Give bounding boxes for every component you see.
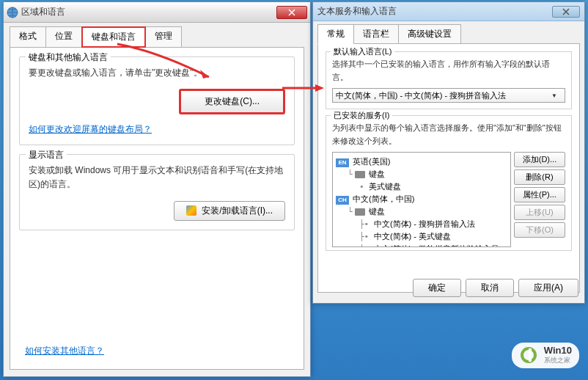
properties-button[interactable]: 属性(P)... (514, 187, 565, 202)
watermark: Win10 系统之家 (512, 343, 579, 368)
window-title: 文本服务和输入语言 (317, 5, 552, 18)
tree-side-buttons: 添加(D)... 删除(R) 属性(P)... 上移(U) 下移(O) (514, 152, 565, 247)
tab-language-bar[interactable]: 语言栏 (353, 24, 399, 44)
install-uninstall-language-button[interactable]: 安装/卸载语言(I)... (174, 201, 285, 221)
installed-services-title: 已安装的服务(I) (331, 110, 392, 121)
dropdown-selected: 中文(简体，中国) - 中文(简体) - 搜狗拼音输入法 (336, 90, 506, 101)
tree-leaf: 中文(简体) - 搜狗拼音输入法 (374, 219, 475, 228)
tab-admin[interactable]: 管理 (145, 26, 182, 48)
shield-icon (186, 205, 196, 216)
tree-connector-icon: └ (348, 207, 353, 216)
tree-kb-label: 键盘 (369, 169, 385, 178)
installed-services-description: 为列表中显示的每个输入语言选择服务。使用"添加"和"删除"按钮来修改这个列表。 (332, 122, 565, 147)
tree-item-us-keyboard[interactable]: • 美式键盘 (336, 180, 507, 193)
tree-leaf: 中文(简体) - 微软拼音新体验输入风 (374, 244, 499, 247)
default-language-dropdown[interactable]: 中文(简体，中国) - 中文(简体) - 搜狗拼音输入法 ▼ (332, 88, 565, 103)
language-tree[interactable]: EN 英语(美国) └ 键盘 • 美式键盘 (332, 152, 511, 247)
keyboard-icon (355, 171, 365, 178)
welcome-screen-layout-link[interactable]: 如何更改欢迎屏幕的键盘布局？ (29, 124, 152, 134)
tree-item-ch-us-keyboard[interactable]: ├• 中文(简体) - 美式键盘 (336, 230, 507, 243)
close-button[interactable] (552, 6, 580, 18)
tab-format[interactable]: 格式 (10, 26, 46, 48)
default-lang-description: 选择其中一个已安装的输入语言，用作所有输入字段的默认语言。 (332, 58, 565, 84)
tabs-bar: 格式 位置 键盘和语言 管理 (4, 23, 310, 47)
tree-leaf: 美式键盘 (369, 182, 401, 191)
installed-services-group: 已安装的服务(I) 为列表中显示的每个输入语言选择服务。使用"添加"和"删除"按… (326, 115, 572, 251)
tree-ch-label: 中文(简体，中国) (353, 194, 414, 203)
move-down-button[interactable]: 下移(O) (514, 222, 565, 238)
ok-button[interactable]: 确定 (413, 279, 461, 297)
tab-location[interactable]: 位置 (45, 26, 82, 48)
close-icon (288, 9, 295, 16)
move-up-button[interactable]: 上移(U) (514, 205, 565, 220)
watermark-subtitle: 系统之家 (544, 356, 572, 365)
remove-button[interactable]: 删除(R) (514, 169, 565, 185)
tree-connector-icon: ├• (359, 232, 374, 241)
tree-kb-label: 键盘 (369, 207, 385, 216)
tab-keyboard-language[interactable]: 键盘和语言 (81, 26, 146, 48)
tree-item-chinese[interactable]: CH 中文(简体，中国) (336, 193, 507, 205)
default-lang-title: 默认输入语言(L) (331, 46, 394, 57)
tree-connector-icon: ├• (359, 219, 374, 229)
tree-item-english[interactable]: EN 英语(美国) (336, 156, 507, 168)
tree-item-ch-keyboard[interactable]: └ 键盘 (336, 205, 507, 218)
display-language-description: 安装或卸载 Windows 可用于显示文本和识别语音和手写(在支持地区)的语言。 (29, 164, 285, 191)
apply-button[interactable]: 应用(A) (518, 279, 578, 297)
cancel-button[interactable]: 取消 (466, 279, 514, 297)
install-btn-label: 安装/卸载语言(I)... (202, 205, 273, 216)
tree-item-en-keyboard[interactable]: └ 键盘 (336, 168, 507, 180)
keyboard-group-description: 要更改键盘或输入语言，请单击"更改键盘"。 (29, 66, 285, 80)
add-button[interactable]: 添加(D)... (514, 152, 565, 167)
default-input-language-group: 默认输入语言(L) 选择其中一个已安装的输入语言，用作所有输入字段的默认语言。 … (326, 51, 572, 109)
keyboard-group-title: 键盘和其他输入语言 (26, 51, 111, 64)
tree-connector-icon: • (359, 182, 369, 191)
install-other-languages-link[interactable]: 如何安装其他语言？ (25, 345, 104, 357)
display-language-title: 显示语言 (26, 149, 67, 161)
titlebar[interactable]: 区域和语言 (4, 2, 310, 23)
keyboard-icon (355, 208, 365, 216)
tree-item-sogou[interactable]: ├• 中文(简体) - 搜狗拼音输入法 (336, 218, 507, 230)
tabs-bar: 常规 语言栏 高级键设置 (313, 21, 584, 43)
chevron-down-icon: ▼ (551, 92, 562, 99)
win10-logo-icon (519, 346, 538, 365)
tab-general[interactable]: 常规 (317, 24, 354, 44)
watermark-title: Win10 (544, 346, 572, 356)
display-language-group: 显示语言 安装或卸载 Windows 可用于显示文本和识别语音和手写(在支持地区… (19, 154, 295, 230)
tree-item-ms-pinyin[interactable]: └• 中文(简体) - 微软拼音新体验输入风 (336, 243, 507, 247)
dialog-button-row: 确定 取消 应用(A) (413, 279, 578, 297)
titlebar[interactable]: 文本服务和输入语言 (313, 2, 584, 21)
lang-badge-en: EN (336, 158, 349, 167)
svg-rect-4 (529, 348, 532, 362)
change-keyboard-button[interactable]: 更改键盘(C)... (179, 89, 285, 114)
tree-connector-icon: └• (359, 244, 374, 247)
keyboard-group: 键盘和其他输入语言 要更改键盘或输入语言，请单击"更改键盘"。 更改键盘(C).… (19, 56, 295, 145)
globe-icon (7, 7, 18, 18)
tree-leaf: 中文(简体) - 美式键盘 (374, 232, 451, 241)
tab-content: 键盘和其他输入语言 要更改键盘或输入语言，请单击"更改键盘"。 更改键盘(C).… (10, 47, 304, 370)
lang-badge-ch: CH (336, 196, 349, 205)
window-title: 区域和语言 (21, 6, 276, 18)
tab-content: 默认输入语言(L) 选择其中一个已安装的输入语言，用作所有输入字段的默认语言。 … (317, 43, 580, 293)
close-icon (562, 8, 570, 15)
region-language-window: 区域和语言 格式 位置 键盘和语言 管理 键盘和其他输入语言 要更改键盘或输入语… (3, 1, 311, 377)
tree-en-label: 英语(美国) (353, 157, 390, 166)
close-button[interactable] (276, 6, 307, 19)
text-services-window: 文本服务和输入语言 常规 语言栏 高级键设置 默认输入语言(L) 选择其中一个已… (312, 1, 585, 304)
tree-connector-icon: └ (348, 169, 353, 179)
tab-advanced-keys[interactable]: 高级键设置 (398, 24, 461, 44)
